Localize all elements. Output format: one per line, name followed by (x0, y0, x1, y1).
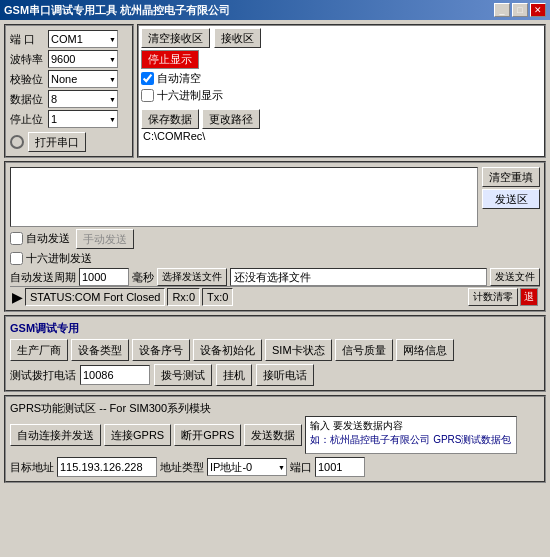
top-section: 端 口 COM1 波特率 9600 校验位 (4, 24, 546, 158)
receive-area-button[interactable]: 接收区 (214, 28, 261, 48)
port-row: 端 口 COM1 (10, 30, 128, 48)
sim-status-button[interactable]: SIM卡状态 (265, 339, 332, 361)
hint-label: 输入 要发送数据内容 (310, 419, 511, 433)
path-display: C:\COMRec\ (141, 129, 542, 143)
port-input[interactable] (315, 457, 365, 477)
stop-icon: 退 (524, 290, 534, 304)
gsm-section: GSM调试专用 生产厂商 设备类型 设备序号 设备初始化 SIM卡状态 信号质量… (4, 315, 546, 392)
auto-clear-label: 自动清空 (157, 71, 201, 86)
device-init-button[interactable]: 设备初始化 (193, 339, 262, 361)
stop-select[interactable]: 1 (48, 110, 118, 128)
manufacturer-button[interactable]: 生产厂商 (10, 339, 68, 361)
port-select[interactable]: COM1 (48, 30, 118, 48)
dial-input[interactable] (80, 365, 150, 385)
clear-send-button[interactable]: 清空重填 (482, 167, 540, 187)
hint-example: 如：杭州晶控电子有限公司 GPRS测试数据包 (310, 433, 511, 447)
gsm-title: GSM调试专用 (10, 321, 540, 336)
send-data-button[interactable]: 发送数据 (244, 424, 302, 446)
auto-clear-checkbox[interactable] (141, 72, 154, 85)
send-buttons: 清空重填 发送区 (482, 167, 540, 227)
baud-select-wrapper[interactable]: 9600 (48, 50, 118, 68)
com-status: STATUS:COM Fort Closed (25, 288, 165, 306)
data-select-wrapper[interactable]: 8 (48, 90, 118, 108)
hex-display-checkbox[interactable] (141, 89, 154, 102)
send-file-button[interactable]: 发送文件 (490, 268, 540, 286)
stop-display-button[interactable]: 停止显示 (141, 50, 199, 69)
addr-type-select-wrapper[interactable]: IP地址-0 (207, 458, 287, 476)
addr-type-label: 地址类型 (160, 460, 204, 475)
dial-label: 测试拨打电话 (10, 368, 76, 383)
period-unit: 毫秒 (132, 270, 154, 285)
receive-area: 清空接收区 接收区 停止显示 自动清空 十六进制显示 保存数据 更改路径 C:\… (137, 24, 546, 158)
maximize-button[interactable]: □ (512, 3, 528, 17)
period-label: 自动发送周期 (10, 270, 76, 285)
check-select-wrapper[interactable]: None (48, 70, 118, 88)
stop-select-wrapper[interactable]: 1 (48, 110, 118, 128)
send-button[interactable]: 发送区 (482, 189, 540, 209)
auto-send-checkbox[interactable] (10, 232, 23, 245)
period-input[interactable] (79, 268, 129, 286)
status-icon: ▶ (12, 289, 23, 305)
serial-config-panel: 端 口 COM1 波特率 9600 校验位 (4, 24, 134, 158)
close-button[interactable]: ✕ (530, 3, 546, 17)
addr-input[interactable] (57, 457, 157, 477)
target-label: 目标地址 (10, 460, 54, 475)
auto-send-label: 自动发送 (26, 231, 70, 246)
port-status-indicator (10, 135, 24, 149)
main-content: 端 口 COM1 波特率 9600 校验位 (0, 20, 550, 557)
gprs-hint: 输入 要发送数据内容 如：杭州晶控电子有限公司 GPRS测试数据包 (305, 416, 516, 454)
auto-connect-button[interactable]: 自动连接并发送 (10, 424, 101, 446)
signal-button[interactable]: 信号质量 (335, 339, 393, 361)
status-left: ▶ STATUS:COM Fort Closed Rx: 0 Tx: 0 (12, 288, 466, 306)
data-select[interactable]: 8 (48, 90, 118, 108)
hangup-button[interactable]: 挂机 (216, 364, 252, 386)
hex-display-label: 十六进制显示 (157, 88, 223, 103)
tx-value: 0 (222, 291, 228, 303)
baud-label: 波特率 (10, 52, 48, 67)
save-data-button[interactable]: 保存数据 (141, 109, 199, 129)
hex-display-row: 十六进制显示 (141, 88, 542, 103)
title-bar: GSM串口调试专用工具 杭州晶控电子有限公司 _ □ ✕ (0, 0, 550, 20)
manual-send-button[interactable]: 手动发送 (76, 229, 134, 249)
gprs-title: GPRS功能测试区 -- For SIM300系列模块 (10, 401, 211, 416)
gprs-buttons-row: 自动连接并发送 连接GPRS 断开GPRS 发送数据 输入 要发送数据内容 如：… (10, 416, 540, 454)
tx-display: Tx: 0 (202, 288, 233, 306)
disconnect-gprs-button[interactable]: 断开GPRS (174, 424, 241, 446)
dial-row: 测试拨打电话 拨号测试 挂机 接听电话 (10, 364, 540, 386)
connect-gprs-button[interactable]: 连接GPRS (104, 424, 171, 446)
answer-button[interactable]: 接听电话 (256, 364, 314, 386)
tx-label: Tx: (207, 291, 222, 303)
hex-send-checkbox[interactable] (10, 252, 23, 265)
send-textarea[interactable] (10, 167, 478, 227)
minimize-button[interactable]: _ (494, 3, 510, 17)
check-select[interactable]: None (48, 70, 118, 88)
data-label: 数据位 (10, 92, 48, 107)
send-section: 清空重填 发送区 自动发送 手动发送 十六进制发送 自动发送周期 毫秒 选择发送… (4, 161, 546, 312)
stop-icon-button[interactable]: 退 (520, 288, 538, 306)
more-button[interactable]: 更改路径 (202, 109, 260, 129)
receive-controls: 清空接收区 接收区 (141, 28, 542, 48)
select-file-button[interactable]: 选择发送文件 (157, 268, 227, 286)
port-select-wrapper[interactable]: COM1 (48, 30, 118, 48)
count-reset-button[interactable]: 计数清零 (468, 288, 518, 306)
send-options: 自动发送 手动发送 (10, 229, 540, 249)
gprs-title-row: GPRS功能测试区 -- For SIM300系列模块 (10, 401, 540, 416)
baud-select[interactable]: 9600 (48, 50, 118, 68)
hex-send-row: 十六进制发送 (10, 251, 540, 266)
window-title: GSM串口调试专用工具 杭州晶控电子有限公司 (4, 3, 230, 18)
window-controls[interactable]: _ □ ✕ (494, 3, 546, 17)
rx-label: Rx: (172, 291, 189, 303)
clear-receive-button[interactable]: 清空接收区 (141, 28, 210, 48)
open-port-button[interactable]: 打开串口 (28, 132, 86, 152)
auto-clear-row: 自动清空 (141, 71, 542, 86)
network-button[interactable]: 网络信息 (396, 339, 454, 361)
send-top-row: 清空重填 发送区 (10, 167, 540, 227)
device-no-button[interactable]: 设备序号 (132, 339, 190, 361)
device-type-button[interactable]: 设备类型 (71, 339, 129, 361)
hex-send-label: 十六进制发送 (26, 251, 92, 266)
addr-type-select[interactable]: IP地址-0 (207, 458, 287, 476)
addr-row: 目标地址 地址类型 IP地址-0 端口 (10, 457, 540, 477)
dial-button[interactable]: 拨号测试 (154, 364, 212, 386)
rx-value: 0 (189, 291, 195, 303)
rx-display: Rx: 0 (167, 288, 200, 306)
